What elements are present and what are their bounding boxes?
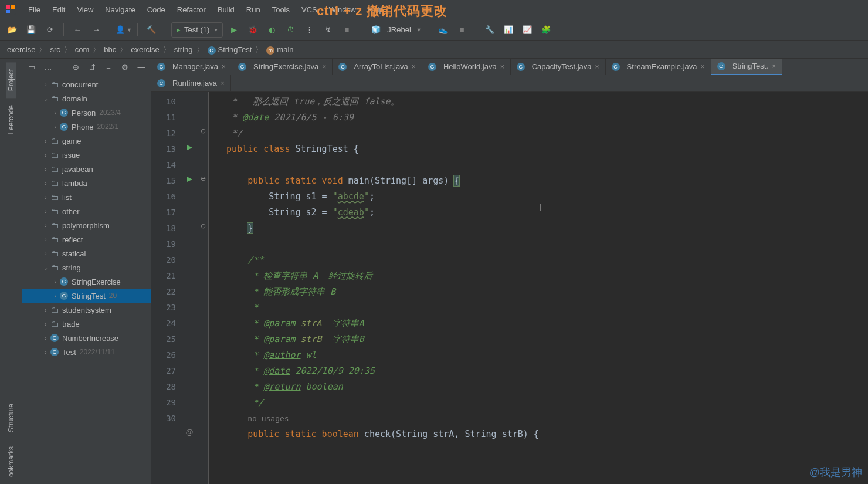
jrebel-icon[interactable]: 🧊 bbox=[368, 22, 384, 38]
tab-close-icon[interactable]: × bbox=[222, 63, 226, 71]
run-line-icon[interactable]: ▶ bbox=[181, 139, 198, 155]
breadcrumb-item[interactable]: bbc bbox=[103, 45, 117, 54]
tree-node[interactable]: ›CStringExercise bbox=[22, 275, 151, 289]
menu-file[interactable]: File bbox=[22, 3, 46, 16]
rail-project[interactable]: Project bbox=[6, 62, 16, 98]
panel-more-icon[interactable]: … bbox=[42, 62, 54, 73]
tree-node[interactable]: ›CPerson2023/4 bbox=[22, 106, 151, 120]
fold-icon[interactable]: ⊖ bbox=[198, 171, 208, 187]
debug-icon[interactable]: 🐞 bbox=[245, 22, 260, 38]
editor-tab[interactable]: CStringTest.× bbox=[711, 59, 782, 75]
tree-arrow-icon[interactable]: › bbox=[50, 110, 60, 116]
editor-body[interactable]: 1011121314151617181920212223242526272829… bbox=[151, 92, 868, 484]
avatar-icon[interactable]: 👤▼ bbox=[116, 22, 131, 38]
tree-arrow-icon[interactable]: › bbox=[41, 208, 50, 215]
tree-arrow-icon[interactable]: › bbox=[41, 251, 50, 257]
tree-arrow-icon[interactable]: › bbox=[41, 222, 50, 229]
fold-icon[interactable]: ⊖ bbox=[198, 218, 208, 234]
attach-icon[interactable]: ↯ bbox=[320, 22, 335, 38]
tree-node[interactable]: ⌄🗀domain bbox=[22, 92, 151, 106]
breadcrumb-item[interactable]: string bbox=[173, 45, 194, 54]
menu-navigate[interactable]: Navigate bbox=[99, 3, 141, 16]
rail-bookmarks[interactable]: ookmarks bbox=[6, 439, 16, 484]
tree-node[interactable]: ›🗀statical bbox=[22, 246, 151, 260]
tree-node[interactable]: ›CStringTest20 bbox=[22, 289, 151, 303]
tree-node[interactable]: ›🗀issue bbox=[22, 148, 151, 162]
tree-arrow-icon[interactable]: › bbox=[41, 194, 50, 201]
editor-tab[interactable]: CHelloWorld.java× bbox=[422, 59, 511, 75]
hide-icon[interactable]: — bbox=[135, 62, 147, 73]
tab-close-icon[interactable]: × bbox=[772, 62, 776, 70]
breadcrumb-class[interactable]: CStringTest bbox=[206, 45, 253, 55]
tree-node[interactable]: ›🗀concurrent bbox=[22, 77, 151, 92]
breadcrumb-item[interactable]: exercise bbox=[6, 45, 36, 54]
collapse-icon[interactable]: ⇵ bbox=[86, 62, 98, 73]
fold-icon[interactable]: ⊖ bbox=[198, 123, 208, 139]
profile-icon[interactable]: ⏱ bbox=[283, 22, 298, 38]
editor-tab[interactable]: CCapacityTest.java× bbox=[511, 59, 606, 75]
tree-node[interactable]: ›🗀lambda bbox=[22, 176, 151, 190]
rail-leetcode[interactable]: Leetcode bbox=[6, 98, 16, 141]
save-icon[interactable]: 💾 bbox=[23, 22, 39, 38]
stop2-icon[interactable]: ■ bbox=[455, 22, 470, 38]
tab-close-icon[interactable]: × bbox=[412, 63, 416, 71]
tree-node[interactable]: ›CPhone2022/1 bbox=[22, 120, 151, 134]
tree-node[interactable]: ›🗀list bbox=[22, 190, 151, 204]
editor-tab[interactable]: CManager.java× bbox=[151, 59, 232, 75]
more-run-icon[interactable]: ⋮ bbox=[301, 22, 317, 38]
tree-arrow-icon[interactable]: › bbox=[50, 279, 60, 285]
boot-icon[interactable]: 👟 bbox=[436, 22, 451, 38]
expand-all-icon[interactable]: ≡ bbox=[103, 62, 114, 73]
tree-node[interactable]: ›CNumberIncrease bbox=[22, 331, 151, 345]
tree-node[interactable]: ›🗀reflect bbox=[22, 232, 151, 246]
tree-arrow-icon[interactable]: › bbox=[41, 307, 50, 313]
menu-run[interactable]: Run bbox=[240, 3, 266, 16]
project-tree[interactable]: ›🗀concurrent⌄🗀domain›CPerson2023/4›CPhon… bbox=[22, 76, 151, 360]
rail-structure[interactable]: Structure bbox=[6, 397, 16, 439]
tree-arrow-icon[interactable]: › bbox=[41, 180, 50, 187]
menu-code[interactable]: Code bbox=[141, 3, 171, 16]
plugin-icon[interactable]: 🧩 bbox=[538, 22, 554, 38]
select-target-icon[interactable]: ⊕ bbox=[70, 62, 82, 73]
tree-arrow-icon[interactable]: › bbox=[41, 152, 50, 158]
menu-refactor[interactable]: Refactor bbox=[171, 3, 212, 16]
editor-tab[interactable]: CStringExercise.java× bbox=[232, 59, 333, 75]
coverage-icon[interactable]: ◐ bbox=[264, 22, 279, 38]
tool-icon-1[interactable]: 🔧 bbox=[482, 22, 497, 38]
editor-tab[interactable]: CRuntime.java× bbox=[151, 75, 231, 92]
run-icon[interactable]: ▶ bbox=[226, 22, 242, 38]
breadcrumb-item[interactable]: exercise bbox=[130, 45, 160, 54]
tree-node[interactable]: ›🗀polymorphism bbox=[22, 218, 151, 232]
menu-edit[interactable]: Edit bbox=[46, 3, 71, 16]
stop-icon[interactable]: ■ bbox=[339, 22, 354, 38]
menu-tools[interactable]: Tools bbox=[266, 3, 296, 16]
tree-node[interactable]: ›🗀javabean bbox=[22, 162, 151, 176]
tree-node[interactable]: ›🗀trade bbox=[22, 317, 151, 331]
editor-tab[interactable]: CArrayToList.java× bbox=[333, 59, 422, 75]
tree-arrow-icon[interactable]: › bbox=[50, 293, 60, 299]
breadcrumb-method[interactable]: mmain bbox=[265, 45, 294, 55]
panel-expand-icon[interactable]: ▭ bbox=[26, 62, 38, 73]
tab-close-icon[interactable]: × bbox=[595, 63, 599, 71]
breadcrumb-item[interactable]: src bbox=[49, 45, 61, 54]
run-line-icon[interactable]: ▶ bbox=[181, 171, 198, 187]
forward-icon[interactable]: → bbox=[89, 22, 104, 38]
tree-arrow-icon[interactable]: › bbox=[41, 335, 50, 341]
tree-node[interactable]: ⌄🗀string bbox=[22, 260, 151, 275]
back-icon[interactable]: ← bbox=[70, 22, 85, 38]
fold-gutter[interactable]: ⊖⊖⊖ bbox=[198, 92, 209, 484]
hammer-icon[interactable]: 🔨 bbox=[144, 22, 159, 38]
code-content[interactable]: * 那么返回 true，反之返回 false。 * @date 2021/6/5… bbox=[209, 92, 868, 484]
run-gutter[interactable]: ▶▶@ bbox=[181, 92, 198, 484]
menu-build[interactable]: Build bbox=[212, 3, 240, 16]
tree-node[interactable]: ›CTest2022/11/11 bbox=[22, 345, 151, 359]
tree-arrow-icon[interactable]: › bbox=[41, 166, 50, 172]
tree-arrow-icon[interactable]: › bbox=[41, 138, 50, 144]
tree-arrow-icon[interactable]: ⌄ bbox=[41, 96, 50, 102]
tree-arrow-icon[interactable]: ⌄ bbox=[41, 265, 50, 271]
tool-icon-3[interactable]: 📈 bbox=[520, 22, 535, 38]
tool-icon-2[interactable]: 📊 bbox=[501, 22, 516, 38]
refresh-icon[interactable]: ⟳ bbox=[42, 22, 57, 38]
tab-close-icon[interactable]: × bbox=[322, 63, 326, 71]
tab-close-icon[interactable]: × bbox=[221, 79, 225, 87]
